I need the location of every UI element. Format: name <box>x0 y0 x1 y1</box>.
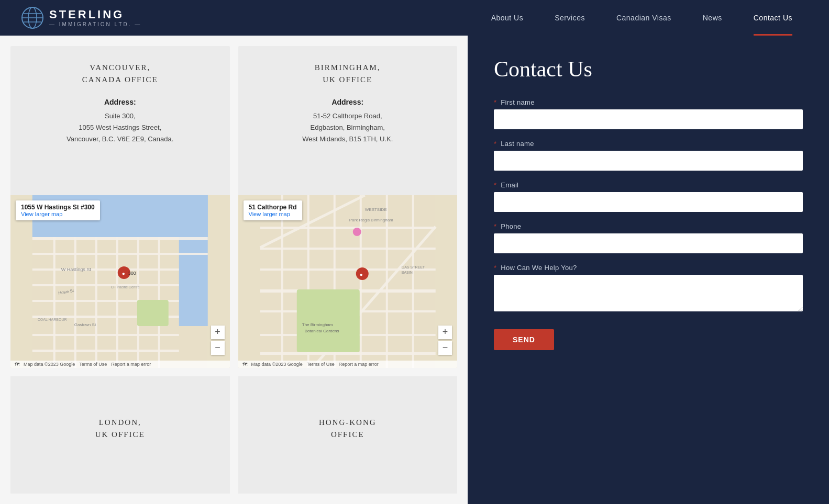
logo-name: STERLING <box>49 9 141 20</box>
last-name-input[interactable] <box>494 151 803 171</box>
birmingham-map-svg: The Birmingham Botanical Gardens Park Re… <box>238 195 458 368</box>
svg-rect-7 <box>179 195 208 326</box>
email-group: * Email <box>494 181 803 212</box>
nav-about-us[interactable]: About Us <box>476 0 539 36</box>
vancouver-map-label: 1055 W Hastings St #300 View larger map <box>16 200 100 220</box>
svg-text:W Hastings St: W Hastings St <box>61 267 92 272</box>
first-name-group: * First name <box>494 98 803 129</box>
london-office-title: LONDON,UK OFFICE <box>95 417 145 440</box>
email-label: * Email <box>494 181 803 189</box>
birmingham-office-card: BIRMINGHAM,UK OFFICE Address: 51-52 Calt… <box>238 46 458 368</box>
contact-form-title: Contact Us <box>494 57 803 82</box>
nav-news[interactable]: News <box>687 0 738 36</box>
london-office-card: LONDON,UK OFFICE <box>10 376 230 494</box>
birmingham-map-link[interactable]: View larger map <box>249 211 297 217</box>
birmingham-office-title: BIRMINGHAM,UK OFFICE <box>251 62 445 85</box>
logo-sub: — IMMIGRATION LTD. — <box>49 21 141 27</box>
phone-label: * Phone <box>494 222 803 230</box>
svg-text:Gastown St: Gastown St <box>74 322 96 327</box>
vancouver-office-title: VANCOUVER,CANADA OFFICE <box>23 62 217 85</box>
svg-rect-8 <box>32 237 208 240</box>
last-name-group: * Last name <box>494 140 803 171</box>
phone-input[interactable] <box>494 233 803 253</box>
vancouver-map-link[interactable]: View larger map <box>21 211 95 217</box>
birmingham-address: 51-52 Calthorpe Road, Edgbaston, Birming… <box>251 110 445 145</box>
birmingham-map: The Birmingham Botanical Gardens Park Re… <box>238 195 458 368</box>
birmingham-map-label: 51 Calthorpe Rd View larger map <box>244 200 302 220</box>
svg-rect-38 <box>260 352 435 355</box>
svg-text:300: 300 <box>128 271 136 276</box>
birmingham-map-footer: 🗺 Map data ©2023 Google Terms of Use Rep… <box>238 361 458 368</box>
hongkong-office-title: HONG-KONGOFFICE <box>319 417 377 440</box>
vancouver-address: Suite 300, 1055 West Hastings Street, Va… <box>23 110 217 145</box>
svg-text:●: ● <box>359 272 362 277</box>
svg-text:BASIN: BASIN <box>401 271 412 274</box>
svg-text:GAS STREET: GAS STREET <box>401 265 425 269</box>
nav-services[interactable]: Services <box>539 0 601 36</box>
svg-text:WESTSIDE: WESTSIDE <box>364 207 386 212</box>
birmingham-address-label: Address: <box>251 98 445 106</box>
svg-text:Park Regis Birmingham: Park Regis Birmingham <box>349 218 393 222</box>
svg-rect-18 <box>95 237 97 368</box>
vancouver-map-footer: 🗺 Map data ©2023 Google Terms of Use Rep… <box>10 361 230 368</box>
vancouver-map-zoom-in[interactable]: + <box>211 326 225 339</box>
send-button[interactable]: SEND <box>494 329 554 350</box>
svg-rect-16 <box>53 237 56 368</box>
birmingham-map-zoom-out[interactable]: − <box>438 341 452 355</box>
hongkong-office-card: HONG-KONGOFFICE <box>238 376 458 494</box>
vancouver-office-card: VANCOUVER,CANADA OFFICE Address: Suite 3… <box>10 46 230 368</box>
svg-rect-44 <box>412 195 414 368</box>
svg-rect-32 <box>260 227 435 229</box>
logo-icon <box>21 6 44 29</box>
svg-rect-17 <box>74 237 76 368</box>
svg-text:CF Pacific Centre: CF Pacific Centre <box>111 285 140 289</box>
message-label: * How Can We Help You? <box>494 264 803 272</box>
birmingham-map-zoom-in[interactable]: + <box>438 326 452 339</box>
email-input[interactable] <box>494 192 803 212</box>
nav-contact-us[interactable]: Contact Us <box>738 0 808 36</box>
main-layout: VANCOUVER,CANADA OFFICE Address: Suite 3… <box>0 36 829 504</box>
message-group: * How Can We Help You? <box>494 264 803 313</box>
svg-rect-33 <box>260 248 435 250</box>
svg-rect-19 <box>116 237 118 368</box>
first-name-label: * First name <box>494 98 803 106</box>
svg-text:●: ● <box>122 271 125 276</box>
offices-panel: VANCOUVER,CANADA OFFICE Address: Suite 3… <box>0 36 468 504</box>
vancouver-address-label: Address: <box>23 98 217 106</box>
svg-text:Botanical Gardens: Botanical Gardens <box>304 329 339 333</box>
contact-form-panel: Contact Us * First name * Last name * Em… <box>468 36 829 504</box>
logo[interactable]: STERLING — IMMIGRATION LTD. — <box>21 6 141 29</box>
nav-canadian-visas[interactable]: Canadian Visas <box>601 0 687 36</box>
phone-group: * Phone <box>494 222 803 253</box>
main-nav: About Us Services Canadian Visas News Co… <box>476 0 808 36</box>
vancouver-map: W Hastings St Gastown St Howe St COAL HA… <box>10 195 230 368</box>
first-name-input[interactable] <box>494 109 803 129</box>
site-header: STERLING — IMMIGRATION LTD. — About Us S… <box>0 0 829 36</box>
message-textarea[interactable] <box>494 275 803 311</box>
vancouver-map-svg: W Hastings St Gastown St Howe St COAL HA… <box>10 195 230 368</box>
svg-point-56 <box>352 228 361 236</box>
vancouver-map-zoom-out[interactable]: − <box>211 341 225 355</box>
svg-rect-9 <box>32 253 208 255</box>
last-name-label: * Last name <box>494 140 803 148</box>
svg-rect-47 <box>296 289 359 352</box>
svg-text:COAL HARBOUR: COAL HARBOUR <box>38 318 67 321</box>
svg-rect-39 <box>281 195 283 368</box>
svg-text:The Birmingham: The Birmingham <box>302 322 333 327</box>
svg-rect-27 <box>137 300 169 326</box>
